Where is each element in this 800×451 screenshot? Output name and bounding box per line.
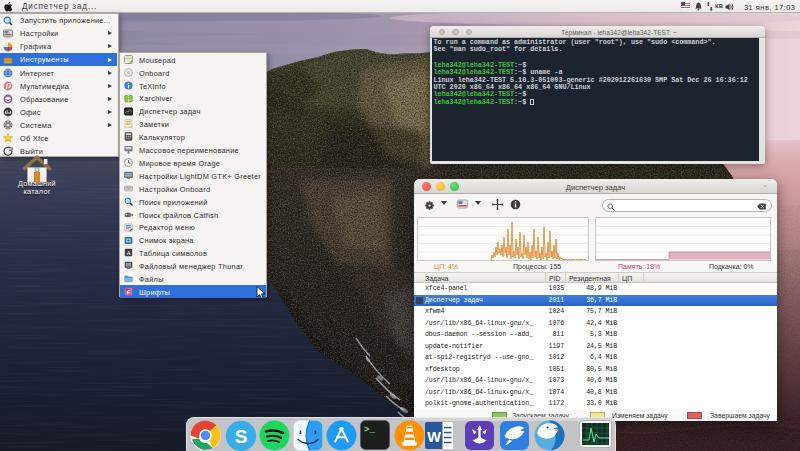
svg-text:W: W xyxy=(427,429,441,445)
svg-text:A: A xyxy=(126,249,131,256)
svg-text:>_: >_ xyxy=(364,425,375,435)
svg-text:S: S xyxy=(234,426,247,447)
